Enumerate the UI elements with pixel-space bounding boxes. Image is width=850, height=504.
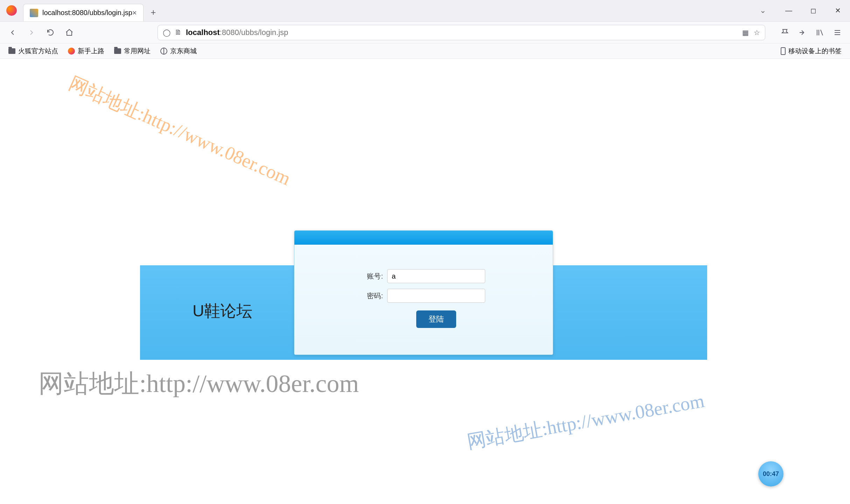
- mobile-icon: [781, 47, 786, 55]
- url-bar[interactable]: ◯ 🗎 localhost:8080/ubbs/login.jsp ▦ ☆: [158, 25, 765, 40]
- login-panel-header: [294, 231, 553, 245]
- site-title: U鞋论坛: [193, 300, 252, 322]
- window-maximize-button[interactable]: ◻: [801, 2, 825, 19]
- mobile-bookmarks[interactable]: 移动设备上的书签: [777, 45, 845, 57]
- globe-icon: [160, 48, 167, 55]
- site-info-icon[interactable]: 🗎: [175, 28, 182, 36]
- library-icon[interactable]: [812, 25, 828, 40]
- bookmarks-bar: 火狐官方站点 新手上路 常用网址 京东商城 移动设备上的书签: [0, 43, 850, 59]
- window-controls: ⌄ ― ◻ ✕: [760, 0, 850, 21]
- url-text: localhost:8080/ubbs/login.jsp: [186, 28, 737, 37]
- bookmark-item[interactable]: 新手上路: [64, 45, 108, 57]
- firefox-logo-icon: [6, 5, 17, 16]
- nav-home-button[interactable]: [62, 25, 77, 40]
- login-button[interactable]: 登陆: [416, 310, 456, 328]
- watermark: 网站地址:http://www.08er.com: [39, 367, 359, 400]
- extension-pin-icon[interactable]: [777, 25, 793, 40]
- tabs-dropdown-icon[interactable]: ⌄: [760, 6, 766, 15]
- page-content: U鞋论坛 账号: 密码: 登陆 网站地址:http://www.08er.com…: [0, 59, 850, 504]
- browser-tab[interactable]: localhost:8080/ubbs/login.jsp ×: [23, 4, 144, 21]
- qr-icon[interactable]: ▦: [742, 28, 749, 37]
- bookmark-star-icon[interactable]: ☆: [754, 28, 760, 37]
- tab-title: localhost:8080/ubbs/login.jsp: [42, 9, 132, 17]
- watermark: 网站地址:http://www.08er.com: [465, 388, 706, 455]
- folder-icon: [114, 48, 121, 54]
- recorder-timer-badge[interactable]: 00:47: [758, 461, 783, 486]
- window-minimize-button[interactable]: ―: [776, 2, 801, 19]
- browser-navbar: ◯ 🗎 localhost:8080/ubbs/login.jsp ▦ ☆: [0, 22, 850, 43]
- password-input[interactable]: [387, 289, 485, 303]
- bookmark-item[interactable]: 京东商城: [157, 45, 200, 57]
- watermark: 网站地址:http://www.08er.com: [65, 71, 295, 192]
- nav-back-button[interactable]: [5, 25, 20, 40]
- password-label: 密码:: [362, 291, 383, 301]
- nav-reload-button[interactable]: [43, 25, 58, 40]
- account-icon[interactable]: [795, 25, 810, 40]
- browser-titlebar: localhost:8080/ubbs/login.jsp × + ⌄ ― ◻ …: [0, 0, 850, 22]
- app-menu-icon[interactable]: [830, 25, 845, 40]
- login-panel: 账号: 密码: 登陆: [294, 230, 553, 355]
- tracking-shield-icon[interactable]: ◯: [163, 28, 170, 37]
- bookmark-item[interactable]: 火狐官方站点: [5, 45, 62, 57]
- nav-forward-button: [24, 25, 39, 40]
- new-tab-button[interactable]: +: [146, 5, 161, 20]
- window-close-button[interactable]: ✕: [825, 2, 850, 19]
- username-input[interactable]: [387, 269, 485, 283]
- username-label: 账号:: [362, 272, 383, 281]
- firefox-icon: [68, 48, 75, 55]
- tab-favicon-icon: [30, 9, 38, 17]
- folder-icon: [8, 48, 15, 54]
- bookmark-item[interactable]: 常用网址: [111, 45, 154, 57]
- recorder-time: 00:47: [763, 470, 779, 478]
- tab-close-icon[interactable]: ×: [132, 8, 137, 18]
